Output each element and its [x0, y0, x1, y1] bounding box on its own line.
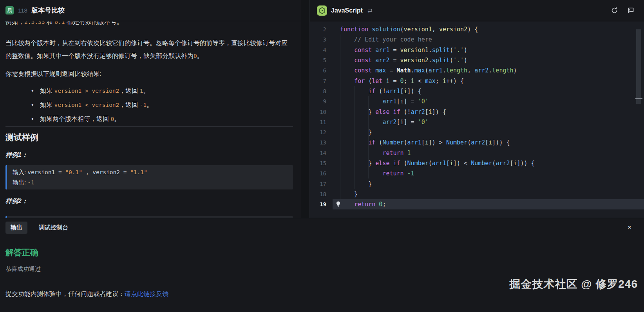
- line-number: 15: [310, 160, 333, 166]
- tab-调试控制台[interactable]: 调试控制台: [34, 222, 73, 234]
- inline-code: -1: [140, 102, 147, 108]
- code-text: const arr2 = version2.split('.'): [340, 57, 467, 64]
- problem-description-scroll[interactable]: 例如，2.5.33 和 0.1 都是有效的版本号。当比较两个版本时，从左到右依次…: [0, 22, 301, 218]
- token-pl: }: [340, 129, 372, 136]
- token-pm: version1: [404, 26, 432, 33]
- code-line-content[interactable]: const arr2 = version2.split('.'): [333, 55, 644, 65]
- code-line-content[interactable]: arr1[i] = '0': [333, 96, 644, 106]
- token-pl: ;: [404, 78, 411, 85]
- token-kw: const: [354, 47, 372, 54]
- token-pl: <: [414, 78, 425, 85]
- panel-divider[interactable]: [301, 0, 309, 218]
- close-icon[interactable]: ×: [628, 224, 631, 231]
- line-number: 14: [310, 150, 333, 156]
- code-text: // Edit your code here: [340, 36, 432, 43]
- token-kw: const: [354, 57, 372, 64]
- token-pl: =: [389, 57, 400, 64]
- tab-输出[interactable]: 输出: [5, 222, 27, 234]
- token-pl: (!: [375, 88, 386, 95]
- code-line-content[interactable]: if (!arr1[i]) {: [333, 86, 644, 96]
- text-segment: 和: [45, 22, 54, 25]
- section-divider: [5, 126, 293, 127]
- switch-language-icon[interactable]: ⇄: [367, 7, 373, 14]
- token-pl: [: [397, 98, 400, 105]
- code-line-content[interactable]: }: [333, 189, 644, 199]
- text-segment: 如果: [40, 101, 54, 108]
- text-segment: 都是有效的版本号。: [65, 22, 123, 25]
- editor-scrollbar[interactable]: [636, 29, 641, 104]
- code-line-content[interactable]: arr2[i] = '0': [333, 117, 644, 127]
- code-line-content[interactable]: } else if (Number(arr1[i]) < Number(arr2…: [333, 158, 644, 168]
- token-pl: =: [386, 67, 396, 74]
- token-pl: .: [429, 57, 432, 64]
- inline-code: 0: [110, 116, 114, 122]
- token-pl: ]) >: [429, 139, 446, 146]
- code-line-content[interactable]: function solution(version1, version2) {: [333, 24, 644, 34]
- problem-description: 例如，2.5.33 和 0.1 都是有效的版本号。当比较两个版本时，从左到右依次…: [5, 22, 293, 218]
- token-vr: max: [425, 78, 436, 85]
- code-line-content[interactable]: } else if (!arr2[i]) {: [333, 106, 644, 117]
- code-text: } else if (Number(arr1[i]) < Number(arr2…: [340, 160, 535, 167]
- feedback-icon[interactable]: [627, 7, 635, 14]
- token-pl: .: [443, 67, 446, 74]
- reset-code-icon[interactable]: [611, 7, 618, 14]
- token-pl: [372, 57, 375, 64]
- token-pl: ]) {: [432, 108, 446, 115]
- token-pl: ): [464, 57, 467, 64]
- token-pm: i: [514, 160, 517, 167]
- console-tabs: 输出调试控制台: [0, 218, 644, 234]
- code-line-content[interactable]: const arr1 = version1.split('.'): [333, 45, 644, 55]
- token-pl: ])) {: [517, 160, 535, 167]
- code-line-content[interactable]: }: [333, 127, 644, 137]
- token-pl: }: [340, 191, 358, 198]
- code-text: if (!arr1[i]) {: [340, 88, 421, 95]
- token-pm: version2: [400, 57, 429, 64]
- code-line-content[interactable]: }: [333, 179, 644, 189]
- token-vr: arr1: [432, 160, 446, 167]
- sample-caption: 样例2：: [5, 197, 293, 206]
- token-pl: [340, 201, 354, 208]
- token-st: '.': [453, 57, 464, 64]
- token-pr: length: [492, 67, 513, 74]
- code-line-content[interactable]: const max = Math.max(arr1.length, arr2.l…: [333, 65, 644, 76]
- code-line-content[interactable]: return 0;: [333, 199, 644, 209]
- token-pl: }: [340, 180, 372, 188]
- problem-header: 易 118 版本号比较: [0, 0, 301, 21]
- inline-code: 1: [140, 88, 143, 94]
- code-line-content[interactable]: // Edit your code here: [333, 34, 644, 45]
- lightbulb-icon[interactable]: [336, 201, 341, 209]
- sample-line: 输入: version1 = "0.1" , version2 = "1.1": [13, 167, 288, 177]
- sample-string: "0.1": [65, 169, 82, 175]
- code-text: for (let i = 0; i < max; i++) {: [340, 78, 464, 85]
- code-line-14: 14 return 1: [310, 148, 644, 158]
- token-pl: ,: [467, 67, 474, 74]
- code-line-content[interactable]: return 1: [333, 148, 644, 158]
- inline-code: version1 > version2: [54, 88, 119, 94]
- token-pl: .: [488, 67, 492, 74]
- token-pl: =: [389, 78, 400, 85]
- console-panel: 输出调试控制台 × 解答正确 恭喜成功通过 提交功能内测体验中，任何问题或者建议…: [0, 218, 644, 312]
- sample-label: 输入:: [13, 169, 27, 175]
- token-pl: [340, 150, 382, 157]
- code-line-2: 2function solution(version1, version2) {: [310, 24, 644, 34]
- code-line-content[interactable]: return -1: [333, 168, 644, 179]
- token-kw: return: [382, 150, 403, 157]
- code-line-content[interactable]: for (let i = 0; i < max; i++) {: [333, 76, 644, 86]
- feedback-link[interactable]: 请点此链接反馈: [125, 290, 168, 297]
- token-pm: version1: [400, 47, 429, 54]
- token-pl: [: [485, 139, 488, 146]
- line-number: 4: [310, 47, 333, 53]
- token-vr: arr1: [429, 67, 443, 74]
- token-pm: i: [450, 160, 453, 167]
- scrollbar-cursor-mark: [635, 98, 642, 99]
- code-editor[interactable]: 2function solution(version1, version2) {…: [310, 22, 644, 218]
- token-nm: 1: [407, 150, 411, 157]
- token-pl: ]) {: [407, 88, 421, 95]
- token-kw: return: [382, 170, 403, 177]
- code-line-19: 19 return 0;: [310, 199, 644, 209]
- token-fn: Number: [446, 139, 467, 146]
- code-line-3: 3 // Edit your code here: [310, 34, 644, 45]
- token-pl: (: [400, 26, 404, 33]
- code-line-content[interactable]: if (Number(arr1[i]) > Number(arr2[i])) {: [333, 137, 644, 148]
- line-number: 2: [310, 26, 333, 32]
